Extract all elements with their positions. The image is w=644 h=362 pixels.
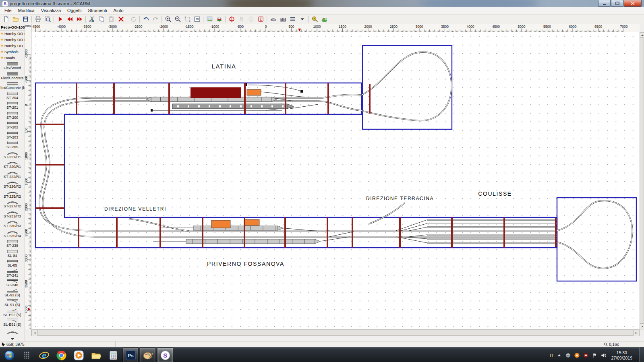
open-button[interactable] xyxy=(11,15,21,23)
part-item-st-238[interactable]: ST-238 xyxy=(0,238,25,248)
parts-list-button[interactable] xyxy=(288,15,297,23)
undo-button[interactable] xyxy=(141,15,151,23)
part-item-st-226-r2[interactable]: ST-226/R2 xyxy=(0,179,25,189)
app-red-icon[interactable] xyxy=(583,352,589,358)
vertical-scrollbar[interactable] xyxy=(640,32,644,329)
print-preview-button[interactable] xyxy=(43,15,52,23)
part-item-sl-e91-s-[interactable]: SL-E91 (S) xyxy=(0,317,25,327)
protect-button[interactable] xyxy=(246,15,256,23)
taskbar-scarm[interactable]: S xyxy=(157,348,173,362)
library-item-hornby-oo[interactable]: ★Hornby-OO xyxy=(0,43,25,49)
part-item-flex-concrete-br[interactable]: Flex/Concrete (br xyxy=(0,81,25,91)
cut-button[interactable] xyxy=(87,15,97,23)
part-item-sl-e92-s-[interactable]: SL-E92 (S) xyxy=(0,308,25,318)
lock-button[interactable] xyxy=(236,15,246,23)
part-item-st-204[interactable]: ST-204 xyxy=(0,91,25,101)
minimize-button[interactable] xyxy=(598,0,611,7)
part-item-st-231-r3[interactable]: ST-231/R3 xyxy=(0,209,25,219)
maximize-button[interactable] xyxy=(611,0,623,7)
avast-icon[interactable] xyxy=(574,352,580,358)
menu-strumenti[interactable]: Strumenti xyxy=(85,8,110,14)
part-item-st-222-r1[interactable]: ST-222/R1 xyxy=(0,170,25,180)
fit-view-button[interactable] xyxy=(192,15,202,23)
forward-button[interactable] xyxy=(75,15,84,23)
bridges-button[interactable] xyxy=(268,15,278,23)
part-item-sl-91-s-[interactable]: SL-91 (S) xyxy=(0,298,25,308)
taskbar-internet-explorer[interactable]: e xyxy=(36,348,52,362)
library-item-roads[interactable]: ★Roads xyxy=(0,55,25,61)
horizontal-scroll-thumb[interactable] xyxy=(38,329,633,336)
action-center-flag-icon[interactable] xyxy=(592,352,598,358)
taskbar-calculator[interactable] xyxy=(105,348,121,362)
layers-button[interactable] xyxy=(214,15,224,23)
part-item-st-200[interactable]: ST-200 xyxy=(0,110,25,120)
part-item-st-201[interactable]: ST-201 xyxy=(0,100,25,110)
layout-canvas[interactable]: LATINA DIREZIONE VELLETRI DIREZIONE TERR… xyxy=(31,32,640,329)
rotate-button[interactable] xyxy=(128,15,138,23)
titlebar[interactable]: S progetto direttissima 3.scarm - SCARM xyxy=(0,0,644,7)
volume-icon[interactable] xyxy=(601,352,607,358)
delete-button[interactable] xyxy=(116,15,126,23)
horizontal-scrollbar[interactable] xyxy=(31,329,640,336)
heights-button[interactable] xyxy=(227,15,236,23)
objects-button[interactable] xyxy=(278,15,288,23)
taskbar-media-player[interactable] xyxy=(70,348,87,362)
zoom-out-button[interactable] xyxy=(173,15,182,23)
sidebar-scroll-down[interactable] xyxy=(0,337,25,341)
redo-button[interactable] xyxy=(151,15,160,23)
menu-visualizza[interactable]: Visualizza xyxy=(38,8,64,14)
library-item-hornby-oo-d2[interactable]: ★Hornby-OO-D2 xyxy=(0,31,25,37)
print-button[interactable] xyxy=(33,15,43,23)
language-indicator[interactable]: IT xyxy=(550,353,554,358)
taskbar-explorer[interactable] xyxy=(88,348,104,362)
select-area-button[interactable] xyxy=(182,15,192,23)
part-item-st-205[interactable]: ST-205 xyxy=(0,140,25,150)
view-3d-button[interactable]: 3D xyxy=(319,15,329,23)
part-item-st-240[interactable]: ST-240 xyxy=(0,278,25,288)
part-item-st-221-r1[interactable]: ST-221/R1 xyxy=(0,150,25,160)
copy-button[interactable] xyxy=(97,15,106,23)
part-item-st-225-r2[interactable]: ST-225/R2 xyxy=(0,189,25,199)
part-item-st-235-r4[interactable]: ST-235/R4 xyxy=(0,229,25,239)
menu-oggetti[interactable]: Oggetti xyxy=(64,8,85,14)
dropbox-icon[interactable] xyxy=(565,352,571,358)
taskbar-clock[interactable]: 15:30 27/09/2019 xyxy=(609,350,636,361)
hidden-icons-arrow[interactable] xyxy=(556,352,562,358)
scroll-up-button[interactable] xyxy=(640,32,644,38)
menu-file[interactable]: File xyxy=(1,8,15,14)
close-button[interactable] xyxy=(624,0,642,7)
library-item-hornby-oo-d3[interactable]: ★Hornby-OO-D3 xyxy=(0,37,25,43)
background-image-button[interactable] xyxy=(205,15,214,23)
menu-modifica[interactable]: Modifica xyxy=(15,8,38,14)
run-button[interactable] xyxy=(55,15,65,23)
paste-button[interactable] xyxy=(106,15,116,23)
part-item-st-203[interactable]: ST-203 xyxy=(0,130,25,140)
taskbar-paint[interactable] xyxy=(140,348,156,362)
part-item-st-241[interactable]: ST-241 xyxy=(0,268,25,278)
scroll-down-button[interactable] xyxy=(640,324,644,329)
library-select[interactable]: Peco-OO-100 xyxy=(0,24,25,31)
zoom-in-button[interactable] xyxy=(163,15,173,23)
new-button[interactable] xyxy=(1,15,11,23)
vertical-scroll-thumb[interactable] xyxy=(640,38,644,324)
part-item-st-220-r1[interactable]: ST-220/R1 xyxy=(0,159,25,170)
save-button[interactable] xyxy=(21,15,30,23)
parts-list-dropdown-button[interactable] xyxy=(297,15,307,23)
part-item-sl-85[interactable]: SL-85 xyxy=(0,258,25,268)
part-item-st-230-r3[interactable]: ST-230/R3 xyxy=(0,219,25,229)
library-item-symbols[interactable]: ★Symbols xyxy=(0,49,25,55)
measure-button[interactable] xyxy=(310,15,319,23)
text-note-button[interactable] xyxy=(256,15,265,23)
menu-aiuto[interactable]: Aiuto xyxy=(110,8,127,14)
back-button[interactable] xyxy=(65,15,75,23)
taskbar-toolbar-grid[interactable] xyxy=(19,348,35,362)
part-item-sl-84[interactable]: SL-84 xyxy=(0,248,25,259)
show-desktop-button[interactable] xyxy=(639,347,644,362)
part-item-sl-92-s-[interactable]: SL-92 (S) xyxy=(0,288,25,298)
part-item-st-227-r2[interactable]: ST-227/R2 xyxy=(0,199,25,209)
taskbar-photoshop[interactable]: Ps xyxy=(122,348,139,362)
part-item-flex-wood[interactable]: Flex/Wood xyxy=(0,61,25,71)
part-item-partial[interactable] xyxy=(0,327,25,337)
part-item-flex-concrete[interactable]: Flex/Concrete xyxy=(0,71,25,81)
taskbar-chrome[interactable] xyxy=(53,348,69,362)
